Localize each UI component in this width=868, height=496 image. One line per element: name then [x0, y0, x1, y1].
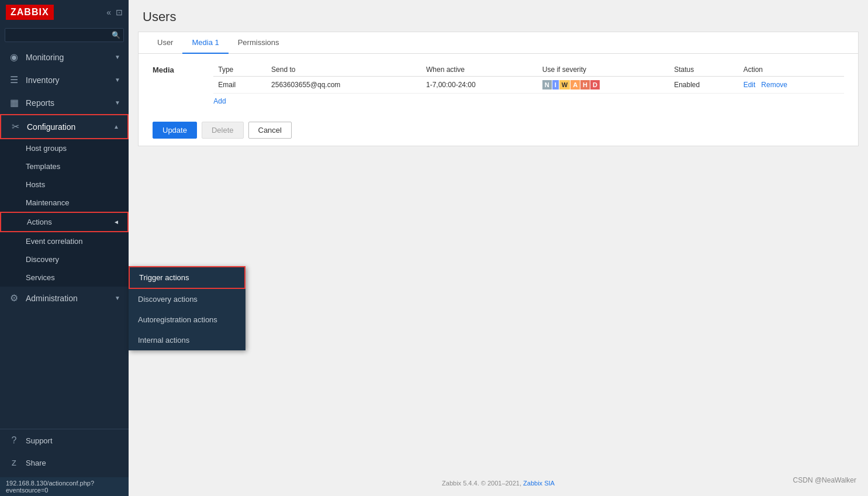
subnav-label: Hosts [26, 180, 45, 189]
col-type: Type [213, 63, 267, 77]
subnav-label: Templates [26, 162, 60, 171]
sidebar-item-label: Inventory [26, 75, 60, 85]
cell-severity: N I W A H D [538, 77, 669, 94]
edit-link[interactable]: Edit [743, 81, 756, 89]
dropdown-item-internal-actions[interactable]: Internal actions [129, 330, 245, 350]
subnav-label: Services [26, 273, 55, 282]
subnav-item-templates[interactable]: Templates [0, 157, 129, 175]
media-table: Type Send to When active Use if severity… [213, 63, 844, 94]
sidebar-item-label: Monitoring [26, 53, 64, 62]
subnav-label: Maintenance [26, 198, 69, 207]
dropdown-label: Autoregistration actions [138, 315, 217, 324]
configuration-icon: ✂ [9, 121, 21, 132]
col-use-if-severity: Use if severity [538, 63, 669, 77]
sidebar-item-label: Share [26, 459, 46, 467]
subnav-item-discovery[interactable]: Discovery [0, 250, 129, 268]
subnav-label: Host groups [26, 144, 67, 153]
inventory-icon: ☰ [8, 74, 20, 85]
cell-send-to: 2563603655@qq.com [267, 77, 421, 94]
cell-status: Enabled [669, 77, 738, 94]
sidebar-item-label: Administration [26, 294, 78, 303]
severity-badges: N I W A H D [542, 80, 665, 89]
subnav-item-hosts[interactable]: Hosts [0, 175, 129, 194]
cancel-button[interactable]: Cancel [248, 122, 292, 139]
col-action: Action [739, 63, 844, 77]
media-section: Media Type Send to When active Use if se… [139, 54, 858, 115]
badge-I: I [552, 80, 559, 89]
expand-icon[interactable]: ⊡ [116, 8, 123, 17]
sidebar-header: ZABBIX « ⊡ [0, 0, 129, 25]
page-title: Users [129, 0, 868, 25]
cell-actions: Edit Remove [739, 77, 844, 94]
sidebar-item-label: Reports [26, 98, 54, 108]
dropdown-label: Trigger actions [139, 273, 189, 282]
remove-link[interactable]: Remove [761, 81, 787, 89]
main-content: Users User Media 1 Permissions Media Typ… [129, 0, 868, 496]
tab-permissions[interactable]: Permissions [229, 32, 289, 54]
search-input[interactable] [5, 28, 124, 42]
subnav-label: Event correlation [26, 237, 83, 246]
collapse-icon[interactable]: « [106, 8, 111, 17]
form-buttons: Update Delete Cancel [139, 115, 858, 146]
subnav-item-host-groups[interactable]: Host groups [0, 139, 129, 157]
sidebar-header-icons: « ⊡ [106, 8, 123, 17]
share-icon: z [8, 457, 20, 468]
dropdown-item-autoregistration-actions[interactable]: Autoregistration actions [129, 309, 245, 330]
status-bar: 192.168.8.130/actionconf.php?eventsource… [0, 477, 129, 496]
sidebar-item-label: Support [26, 436, 53, 445]
footer-link[interactable]: Zabbix SIA [523, 480, 555, 487]
tab-user[interactable]: User [148, 32, 182, 54]
sidebar-item-support[interactable]: ? Support [0, 429, 129, 452]
watermark: CSDN @NeaWalker [793, 476, 856, 484]
subnav-item-services[interactable]: Services [0, 268, 129, 287]
sidebar-item-reports[interactable]: ▦ Reports ▼ [0, 91, 129, 114]
delete-button[interactable]: Delete [202, 122, 244, 139]
footer-text: Zabbix 5.4.4. © 2001–2021, [442, 480, 521, 487]
reports-icon: ▦ [8, 97, 20, 108]
chevron-down-icon: ▼ [115, 54, 120, 60]
search-icon: 🔍 [112, 31, 120, 39]
subnav-item-actions[interactable]: Actions ◄ [0, 212, 129, 232]
sidebar-item-administration[interactable]: ⚙ Administration ▼ [0, 287, 129, 309]
sidebar-item-configuration[interactable]: ✂ Configuration ▲ [0, 114, 129, 139]
subnav-label: Discovery [26, 255, 59, 264]
sidebar-item-inventory[interactable]: ☰ Inventory ▼ [0, 68, 129, 91]
sidebar-item-label: Configuration [27, 122, 75, 132]
administration-icon: ⚙ [8, 292, 20, 304]
content-area: User Media 1 Permissions Media Type Send… [138, 32, 859, 146]
tabs: User Media 1 Permissions [139, 32, 858, 54]
dropdown-label: Internal actions [138, 336, 189, 345]
configuration-subnav: Host groups Templates Hosts Maintenance … [0, 139, 129, 287]
chevron-down-icon: ▼ [115, 77, 120, 83]
badge-H: H [580, 80, 590, 89]
sidebar-item-monitoring[interactable]: ◉ Monitoring ▼ [0, 46, 129, 68]
chevron-down-icon: ▼ [115, 99, 120, 106]
chevron-up-icon: ▲ [113, 123, 119, 130]
tab-media[interactable]: Media 1 [182, 32, 228, 54]
badge-D: D [590, 80, 600, 89]
search-bar: 🔍 [0, 25, 129, 46]
media-label: Media [153, 63, 213, 105]
badge-A: A [570, 80, 580, 89]
chevron-left-icon: ◄ [113, 219, 119, 225]
sidebar: ZABBIX « ⊡ 🔍 ◉ Monitoring ▼ ☰ Inventory … [0, 0, 129, 496]
subnav-label: Actions [27, 218, 52, 226]
dropdown-item-trigger-actions[interactable]: Trigger actions [129, 266, 245, 289]
subnav-item-maintenance[interactable]: Maintenance [0, 194, 129, 212]
cell-when-active: 1-7,00:00-24:00 [421, 77, 538, 94]
chevron-down-icon: ▼ [115, 295, 120, 301]
zabbix-logo: ZABBIX [6, 5, 54, 20]
status-url: 192.168.8.130/actionconf.php?eventsource… [6, 480, 94, 494]
sidebar-item-share[interactable]: z Share [0, 452, 129, 474]
monitoring-icon: ◉ [8, 51, 20, 63]
col-when-active: When active [421, 63, 538, 77]
subnav-item-event-correlation[interactable]: Event correlation [0, 232, 129, 250]
update-button[interactable]: Update [153, 122, 197, 139]
badge-N: N [542, 80, 552, 89]
support-icon: ? [8, 435, 20, 446]
col-send-to: Send to [267, 63, 421, 77]
badge-W: W [559, 80, 570, 89]
dropdown-item-discovery-actions[interactable]: Discovery actions [129, 289, 245, 309]
add-media-link[interactable]: Add [213, 97, 226, 105]
cell-type: Email [213, 77, 267, 94]
